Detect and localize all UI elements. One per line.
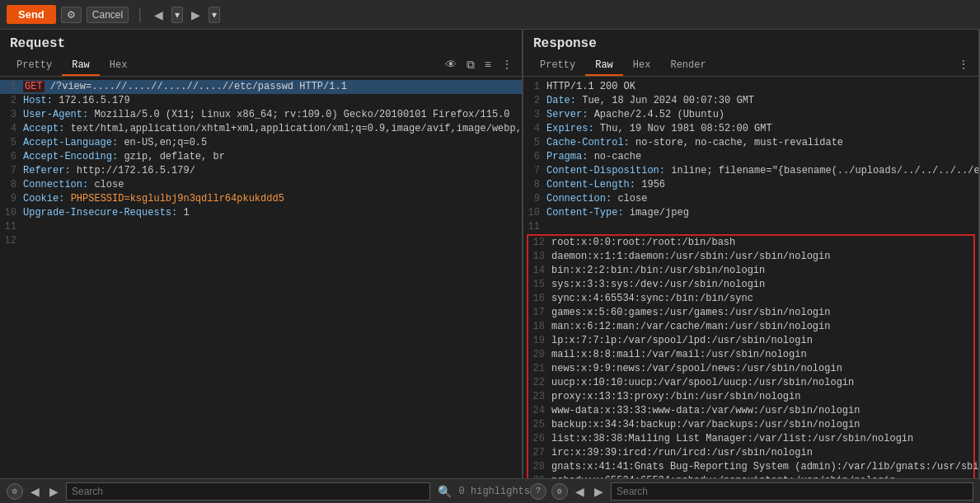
passwd-region: 12 root:x:0:0:root:/root:/bin/bash 13 da…: [527, 234, 975, 478]
response-line-26: 26 list:x:38:38:Mailing List Manager:/va…: [528, 432, 973, 446]
response-content: 1 HTTP/1.1 200 OK 2 Date: Tue, 18 Jun 20…: [523, 77, 978, 478]
nav-forward-button[interactable]: ▶: [188, 7, 204, 23]
response-line-28: 28 gnats:x:41:41:Gnats Bug-Reporting Sys…: [528, 460, 973, 474]
tab-request-hex[interactable]: Hex: [100, 56, 138, 76]
search-input-right[interactable]: [611, 482, 973, 501]
search-input-left[interactable]: [66, 482, 430, 501]
bottom-right: ? ⚙ ◀ ▶: [530, 482, 973, 501]
tab-request-raw[interactable]: Raw: [62, 56, 100, 76]
toolbar-separator: |: [135, 7, 144, 23]
request-line-2: 2 Host: 172.16.5.179: [0, 94, 522, 108]
send-button[interactable]: Send: [7, 5, 56, 24]
request-line-12: 12: [0, 234, 522, 248]
request-icon-eye[interactable]: 👁: [443, 57, 459, 72]
response-tab-icons: ⋮: [955, 57, 972, 75]
response-line-23: 23 proxy:x:13:13:proxy:/bin:/usr/sbin/no…: [528, 390, 973, 404]
response-line-15: 15 sys:x:3:3:sys:/dev:/usr/sbin/nologin: [528, 278, 973, 292]
response-line-2: 2 Date: Tue, 18 Jun 2024 00:07:30 GMT: [523, 94, 978, 108]
cancel-button[interactable]: Cancel: [87, 7, 129, 23]
search-button-left[interactable]: 🔍: [435, 484, 454, 499]
response-line-7: 7 Content-Disposition: inline; filename=…: [523, 164, 978, 178]
request-title: Request: [0, 30, 522, 54]
response-line-13: 13 daemon:x:1:1:daemon:/usr/sbin:/usr/sb…: [528, 250, 973, 264]
response-line-27: 27 irc:x:39:39:ircd:/run/ircd:/usr/sbin/…: [528, 446, 973, 460]
bottom-back-button[interactable]: ◀: [28, 484, 42, 499]
response-icon-menu[interactable]: ⋮: [955, 57, 972, 72]
request-content: 1 GET /?view=....//....//....//....//etc…: [0, 77, 522, 478]
response-line-20: 20 mail:x:8:8:mail:/var/mail:/usr/sbin/n…: [528, 348, 973, 362]
settings-button[interactable]: ⚙: [61, 7, 82, 23]
bottom-back-button-right[interactable]: ◀: [573, 484, 587, 499]
main-area: Request Pretty Raw Hex 👁 ⧉ ≡ ⋮ 1 GET /?v…: [0, 30, 980, 478]
request-icon-menu[interactable]: ⋮: [499, 57, 515, 72]
bottom-forward-button[interactable]: ▶: [47, 484, 61, 499]
help-icon[interactable]: ?: [530, 483, 546, 500]
response-line-12: 12 root:x:0:0:root:/root:/bin/bash: [528, 236, 973, 250]
request-line-5: 5 Accept-Language: en-US,en;q=0.5: [0, 136, 522, 150]
response-line-6: 6 Pragma: no-cache: [523, 150, 978, 164]
request-panel: Request Pretty Raw Hex 👁 ⧉ ≡ ⋮ 1 GET /?v…: [0, 30, 523, 478]
request-line-9: 9 Cookie: PHPSESSID=ksglulbj9n3qdllr64pk…: [0, 192, 522, 206]
highlights-count: 0 highlights: [459, 486, 530, 497]
response-line-25: 25 backup:x:34:34:backup:/var/backups:/u…: [528, 418, 973, 432]
response-line-17: 17 games:x:5:60:games:/usr/games:/usr/sb…: [528, 306, 973, 320]
request-line-3: 3 User-Agent: Mozilla/5.0 (X11; Linux x8…: [0, 108, 522, 122]
response-line-8: 8 Content-Length: 1956: [523, 178, 978, 192]
response-line-21: 21 news:x:9:9:news:/var/spool/news:/usr/…: [528, 362, 973, 376]
response-line-22: 22 uucp:x:10:10:uucp:/var/spool/uucp:/us…: [528, 376, 973, 390]
request-line-4: 4 Accept: text/html,application/xhtml+xm…: [0, 122, 522, 136]
response-panel: Response Pretty Raw Hex Render ⋮ 1 HTTP/…: [523, 30, 980, 478]
request-icon-lines[interactable]: ≡: [482, 57, 494, 72]
request-line-1: 1 GET /?view=....//....//....//....//etc…: [0, 80, 522, 94]
tab-response-pretty[interactable]: Pretty: [530, 56, 585, 76]
nav-forward-dropdown[interactable]: ▾: [209, 7, 220, 23]
request-tab-icons: 👁 ⧉ ≡ ⋮: [443, 57, 515, 76]
tab-response-raw[interactable]: Raw: [585, 56, 623, 76]
settings-icon[interactable]: ⚙: [7, 483, 23, 500]
response-line-19: 19 lp:x:7:7:lp:/var/spool/lpd:/usr/sbin/…: [528, 334, 973, 348]
response-line-4: 4 Expires: Thu, 19 Nov 1981 08:52:00 GMT: [523, 122, 978, 136]
request-line-7: 7 Referer: http://172.16.5.179/: [0, 164, 522, 178]
response-line-11: 11: [523, 220, 978, 234]
toolbar: Send ⚙ Cancel | ◀ ▾ ▶ ▾: [0, 0, 980, 30]
nav-back-button[interactable]: ◀: [151, 7, 166, 23]
request-line-6: 6 Accept-Encoding: gzip, deflate, br: [0, 150, 522, 164]
tab-response-render[interactable]: Render: [660, 56, 715, 76]
response-line-3: 3 Server: Apache/2.4.52 (Ubuntu): [523, 108, 978, 122]
response-line-24: 24 www-data:x:33:33:www-data:/var/www:/u…: [528, 404, 973, 418]
request-line-11: 11: [0, 220, 522, 234]
response-tabs: Pretty Raw Hex Render ⋮: [523, 54, 978, 77]
response-line-9: 9 Connection: close: [523, 192, 978, 206]
response-line-5: 5 Cache-Control: no-store, no-cache, mus…: [523, 136, 978, 150]
tab-request-pretty[interactable]: Pretty: [7, 56, 62, 76]
response-line-18: 18 man:x:6:12:man:/var/cache/man:/usr/sb…: [528, 320, 973, 334]
nav-back-dropdown[interactable]: ▾: [171, 7, 183, 23]
response-title: Response: [523, 30, 978, 54]
request-tabs: Pretty Raw Hex 👁 ⧉ ≡ ⋮: [0, 54, 522, 77]
bottom-left: ⚙ ◀ ▶ 🔍 0 highlights: [7, 482, 530, 501]
response-line-14: 14 bin:x:2:2:bin:/bin:/usr/sbin/nologin: [528, 264, 973, 278]
request-line-10: 10 Upgrade-Insecure-Requests: 1: [0, 206, 522, 220]
response-line-16: 16 sync:x:4:65534:sync:/bin:/bin/sync: [528, 292, 973, 306]
response-line-1: 1 HTTP/1.1 200 OK: [523, 80, 978, 94]
request-line-8: 8 Connection: close: [0, 178, 522, 192]
bottom-forward-button-right[interactable]: ▶: [592, 484, 606, 499]
bottom-bar: ⚙ ◀ ▶ 🔍 0 highlights ? ⚙ ◀ ▶: [0, 478, 980, 503]
settings-icon-right[interactable]: ⚙: [551, 483, 568, 500]
tab-response-hex[interactable]: Hex: [623, 56, 661, 76]
request-icon-copy[interactable]: ⧉: [464, 57, 477, 73]
response-line-10: 10 Content-Type: image/jpeg: [523, 206, 978, 220]
